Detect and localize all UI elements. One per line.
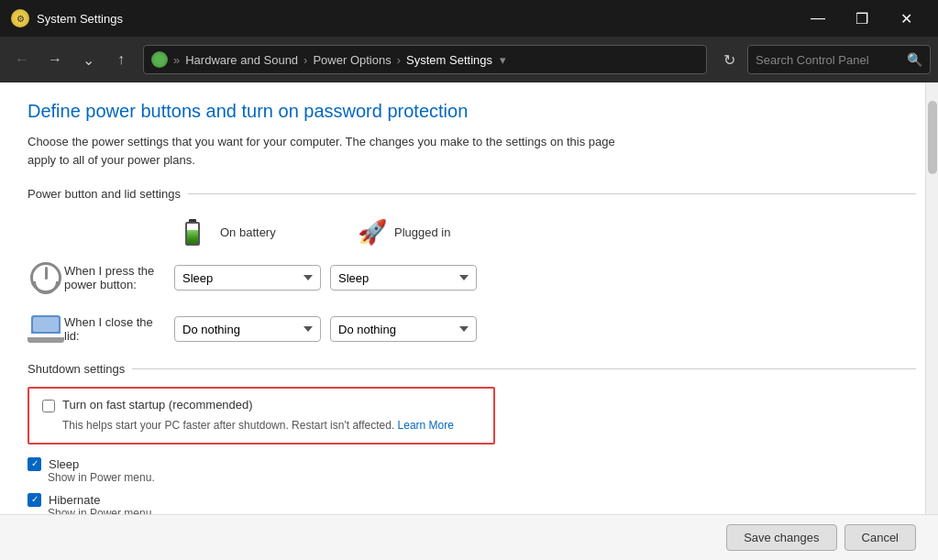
fast-startup-checkbox[interactable] — [42, 400, 55, 412]
lid-icon-container — [28, 311, 64, 347]
sleep-checkbox-group: Sleep Show in Power menu. Hibernate Show… — [28, 457, 916, 520]
laptop-lid-icon — [29, 315, 62, 343]
breadcrumb-system-settings[interactable]: System Settings — [406, 53, 492, 67]
sleep-item: Sleep Show in Power menu. — [28, 457, 916, 484]
content-area: Define power buttons and turn on passwor… — [0, 82, 938, 560]
power-button-label: When I press the power button: — [64, 264, 174, 291]
forward-button[interactable]: → — [40, 45, 70, 74]
fast-startup-label[interactable]: Turn on fast startup (recommended) — [62, 398, 253, 412]
sleep-checkbox-row: Sleep — [28, 457, 916, 471]
footer-buttons: Save changes Cancel — [0, 514, 938, 560]
scrollbar-thumb[interactable] — [928, 101, 937, 174]
breadcrumb-power[interactable]: Power Options — [313, 53, 391, 67]
fast-startup-description: This helps start your PC faster after sh… — [42, 418, 480, 434]
page-title: Define power buttons and turn on passwor… — [28, 101, 916, 122]
power-button-icon — [28, 259, 64, 296]
breadcrumb-icon — [151, 51, 168, 68]
lid-label: When I close the lid: — [64, 315, 174, 343]
battery-icon — [183, 215, 213, 248]
lid-plugged-in-select[interactable]: Sleep Hibernate Shut down Turn off the d… — [330, 316, 477, 342]
shutdown-section-header: Shutdown settings — [28, 362, 916, 376]
save-changes-button[interactable]: Save changes — [726, 524, 836, 551]
breadcrumb-dropdown[interactable]: ▾ — [500, 53, 506, 67]
window-title: System Settings — [37, 12, 797, 26]
search-icon: 🔍 — [907, 52, 922, 67]
sleep-checkbox[interactable] — [28, 457, 41, 471]
hibernate-label: Hibernate — [49, 493, 100, 507]
maximize-button[interactable]: ❒ — [841, 0, 883, 37]
cancel-button[interactable]: Cancel — [844, 524, 916, 551]
up-button[interactable]: ↑ — [106, 45, 136, 74]
power-button-row: When I press the power button: Sleep Hib… — [28, 259, 916, 296]
scrollbar[interactable] — [925, 82, 938, 560]
minimize-button[interactable]: — — [797, 0, 839, 37]
hibernate-checkbox[interactable] — [28, 493, 41, 507]
sleep-sub-label: Show in Power menu. — [28, 471, 916, 484]
learn-more-link[interactable]: Learn More — [398, 419, 454, 432]
shutdown-section-divider — [132, 368, 916, 369]
plugged-in-label: Plugged in — [394, 225, 450, 239]
hibernate-checkbox-row: Hibernate — [28, 493, 916, 507]
search-box: 🔍 — [747, 45, 931, 74]
power-button-plugged-in-select[interactable]: Sleep Hibernate Shut down Turn off the d… — [330, 265, 477, 291]
on-battery-label: On battery — [220, 225, 276, 239]
breadcrumb: » Hardware and Sound › Power Options › S… — [143, 45, 707, 74]
search-input[interactable] — [756, 53, 907, 67]
sleep-label: Sleep — [49, 457, 79, 471]
fast-startup-checkbox-row: Turn on fast startup (recommended) — [42, 398, 480, 412]
address-bar: ← → ⌄ ↑ » Hardware and Sound › Power Opt… — [0, 37, 938, 82]
section-divider — [188, 193, 916, 194]
titlebar: ⚙ System Settings — ❒ ✕ — [0, 0, 938, 37]
refresh-button[interactable]: ↻ — [714, 45, 744, 74]
lid-row: When I close the lid: Sleep Hibernate Sh… — [28, 311, 916, 347]
app-icon: ⚙ — [11, 9, 29, 27]
power-circle-icon — [30, 262, 61, 293]
breadcrumb-sep1: » — [173, 53, 180, 67]
main-area: Define power buttons and turn on passwor… — [0, 82, 938, 560]
lid-controls: Sleep Hibernate Shut down Turn off the d… — [174, 316, 477, 342]
page-description: Choose the power settings that you want … — [28, 133, 633, 169]
power-button-on-battery-select[interactable]: Sleep Hibernate Shut down Turn off the d… — [174, 265, 321, 291]
plugged-in-icon: 🚀 — [358, 218, 387, 247]
back-button[interactable]: ← — [7, 45, 37, 74]
breadcrumb-arrow1: › — [303, 53, 307, 67]
window-controls: — ❒ ✕ — [797, 0, 927, 37]
on-battery-header: On battery — [183, 215, 348, 248]
shutdown-section-title: Shutdown settings — [28, 362, 125, 376]
breadcrumb-hardware[interactable]: Hardware and Sound — [185, 53, 298, 67]
plugged-in-header: 🚀 Plugged in — [358, 218, 523, 247]
power-button-section-header: Power button and lid settings — [28, 187, 916, 201]
lid-on-battery-select[interactable]: Sleep Hibernate Shut down Turn off the d… — [174, 316, 321, 342]
breadcrumb-arrow2: › — [397, 53, 401, 67]
column-headers: On battery 🚀 Plugged in — [28, 215, 916, 248]
fast-startup-box: Turn on fast startup (recommended) This … — [28, 387, 495, 445]
close-button[interactable]: ✕ — [885, 0, 927, 37]
recent-button[interactable]: ⌄ — [73, 45, 103, 74]
power-button-section-title: Power button and lid settings — [28, 187, 181, 201]
power-button-controls: Sleep Hibernate Shut down Turn off the d… — [174, 265, 477, 291]
